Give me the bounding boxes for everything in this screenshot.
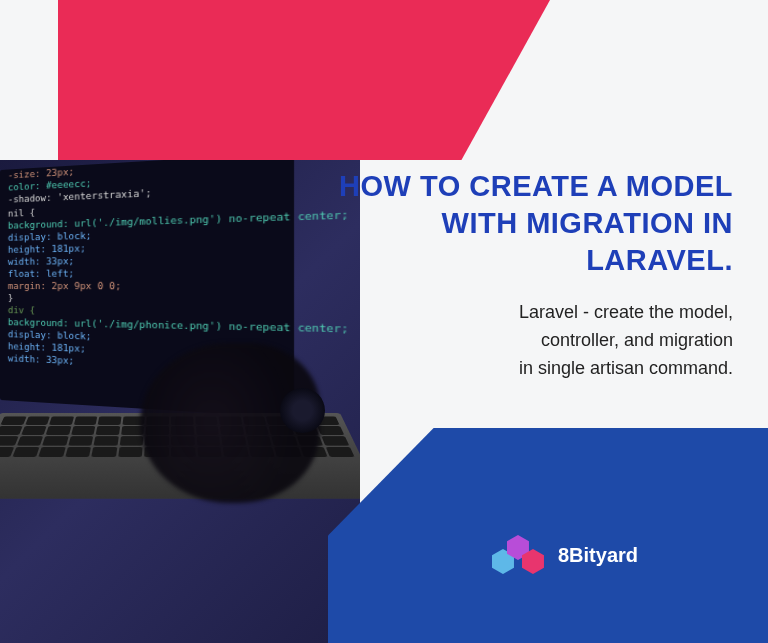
laptop-photo: -size: 23px; color: #eeeecc; -shadow: 'x…	[0, 160, 360, 643]
headline: HOW TO CREATE A MODEL WITH MIGRATION IN …	[333, 168, 733, 279]
subtitle-line: in single artisan command.	[333, 355, 733, 383]
pink-top-shape	[58, 0, 550, 160]
watch	[280, 388, 325, 433]
graphic-card: -size: 23px; color: #eeeecc; -shadow: 'x…	[0, 0, 768, 643]
text-block: HOW TO CREATE A MODEL WITH MIGRATION IN …	[333, 168, 733, 383]
brand-block: 8Bityard	[492, 535, 638, 575]
code-line: margin: 2px 9px 0 0;	[0, 279, 294, 293]
subtitle: Laravel - create the model, controller, …	[333, 299, 733, 383]
brand-name: 8Bityard	[558, 544, 638, 567]
logo-icon	[492, 535, 544, 575]
subtitle-line: controller, and migration	[333, 327, 733, 355]
subtitle-line: Laravel - create the model,	[333, 299, 733, 327]
code-line: float: left;	[0, 265, 294, 280]
